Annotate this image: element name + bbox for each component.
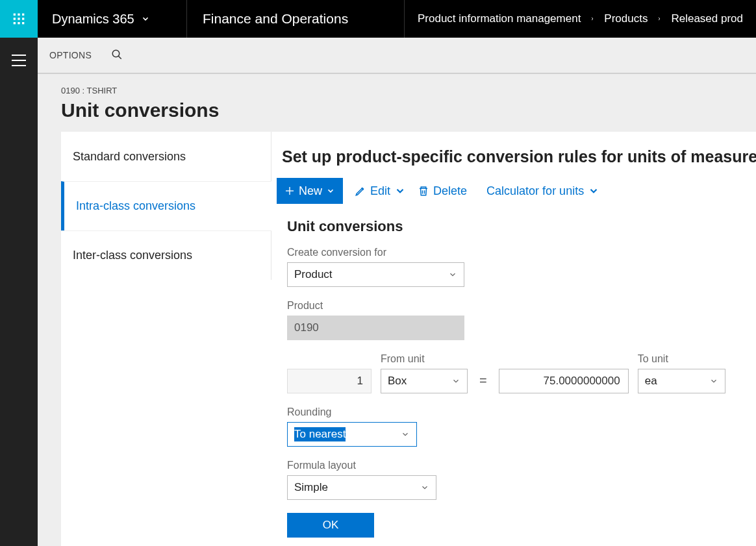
svg-rect-4 [18, 18, 19, 19]
ok-button[interactable]: OK [287, 513, 374, 538]
svg-rect-7 [18, 22, 19, 24]
from-quantity-input[interactable]: 1 [287, 369, 372, 393]
svg-rect-2 [22, 14, 24, 16]
field-product: Product 0190 [287, 300, 746, 340]
chevron-right-icon [590, 14, 595, 23]
factor-wrap: 75.0000000000 [499, 354, 629, 393]
breadcrumb-item[interactable]: Released prod [671, 12, 743, 25]
delete-button[interactable]: Delete [418, 184, 467, 198]
ok-label: OK [323, 519, 339, 532]
content-wrap: Standard conversions Intra-class convers… [38, 132, 756, 546]
waffle-icon [12, 12, 25, 25]
main-panel: Set up product-specific conversion rules… [271, 132, 756, 546]
brand-label: Dynamics 365 [52, 12, 134, 27]
svg-rect-0 [14, 14, 16, 16]
from-unit-select[interactable]: Box [381, 369, 468, 393]
tab-intra-class-conversions[interactable]: Intra-class conversions [61, 181, 271, 230]
from-unit-label: From unit [381, 353, 468, 365]
left-tabs: Standard conversions Intra-class convers… [61, 132, 271, 546]
tab-label: Intra-class conversions [76, 199, 195, 213]
field-formula: Formula layout Simple [287, 460, 746, 500]
from-unit-wrap: From unit Box [381, 353, 468, 393]
edit-button[interactable]: Edit [355, 184, 406, 198]
breadcrumb-item[interactable]: Products [604, 12, 648, 25]
calculator-button[interactable]: Calculator for units [486, 184, 599, 198]
app-label: Finance and Operations [203, 11, 348, 27]
formula-select[interactable]: Simple [287, 475, 436, 500]
tab-label: Standard conversions [73, 150, 186, 164]
blank-label [287, 354, 372, 369]
chevron-down-icon [709, 377, 718, 386]
factor-input[interactable]: 75.0000000000 [499, 369, 629, 393]
chevron-down-icon [451, 377, 460, 386]
breadcrumb-item[interactable]: Product information management [418, 12, 581, 25]
page-header: 0190 : TSHIRT Unit conversions [38, 74, 756, 121]
search-button[interactable] [111, 49, 123, 62]
to-unit-label: To unit [638, 353, 725, 365]
tab-standard-conversions[interactable]: Standard conversions [61, 132, 271, 181]
options-tab[interactable]: OPTIONS [49, 50, 92, 60]
new-label: New [299, 184, 322, 198]
new-button[interactable]: New [277, 178, 343, 204]
chevron-down-icon [448, 270, 457, 279]
factor-value: 75.0000000000 [544, 375, 620, 388]
calculator-label: Calculator for units [486, 184, 584, 198]
workspace: OPTIONS 0190 : TSHIRT Unit conversions S… [38, 38, 756, 546]
rounding-value: To nearest [294, 427, 346, 441]
action-bar: New Edit Delete Calculator for units [277, 178, 756, 204]
svg-line-13 [118, 56, 121, 59]
chevron-down-icon [588, 185, 599, 197]
plus-icon [284, 186, 295, 196]
chevron-down-icon [420, 483, 429, 492]
to-unit-wrap: To unit ea [638, 353, 725, 393]
svg-point-12 [112, 50, 120, 57]
breadcrumb: Product information management Products … [405, 0, 756, 38]
to-unit-value: ea [645, 375, 657, 388]
create-for-label: Create conversion for [287, 247, 746, 258]
create-for-select[interactable]: Product [287, 262, 464, 287]
edit-label: Edit [370, 184, 390, 198]
from-unit-value: Box [388, 375, 407, 388]
left-rail [0, 38, 38, 546]
rounding-label: Rounding [287, 406, 746, 418]
trash-icon [418, 185, 429, 197]
hamburger-button[interactable] [12, 52, 26, 546]
chevron-right-icon [657, 14, 662, 23]
pencil-icon [355, 185, 366, 197]
product-label: Product [287, 300, 746, 312]
formula-label: Formula layout [287, 460, 746, 471]
shell: OPTIONS 0190 : TSHIRT Unit conversions S… [0, 38, 756, 546]
brand-dropdown[interactable]: Dynamics 365 [38, 0, 187, 38]
chevron-down-icon [326, 186, 335, 195]
hamburger-icon [12, 55, 26, 66]
tab-inter-class-conversions[interactable]: Inter-class conversions [61, 230, 271, 280]
rounding-select[interactable]: To nearest [287, 422, 417, 447]
to-unit-select[interactable]: ea [638, 369, 725, 393]
page-title: Unit conversions [61, 99, 756, 121]
tab-label: Inter-class conversions [73, 249, 192, 262]
panel-heading: Set up product-specific conversion rules… [277, 147, 756, 166]
product-value: 0190 [294, 321, 319, 334]
svg-rect-1 [18, 14, 19, 16]
formula-value: Simple [294, 481, 328, 494]
create-for-value: Product [294, 268, 333, 281]
blank-label-2 [499, 354, 629, 369]
conversion-row: 1 From unit Box = [287, 353, 746, 393]
dialog-title: Unit conversions [287, 218, 746, 235]
svg-rect-6 [14, 22, 16, 24]
svg-rect-3 [14, 18, 16, 19]
options-bar: OPTIONS [38, 38, 756, 74]
delete-label: Delete [433, 184, 467, 198]
top-bar: Dynamics 365 Finance and Operations Prod… [0, 0, 756, 38]
svg-rect-5 [22, 18, 24, 19]
field-rounding: Rounding To nearest [287, 406, 746, 447]
equals-sign: = [477, 373, 490, 393]
product-input: 0190 [287, 316, 464, 340]
chevron-down-icon [401, 430, 410, 439]
conversion-dialog: Unit conversions Create conversion for P… [277, 208, 756, 538]
svg-rect-8 [22, 22, 24, 24]
waffle-button[interactable] [0, 0, 38, 38]
chevron-down-icon [141, 14, 150, 23]
app-label-block: Finance and Operations [187, 0, 405, 38]
from-qty-value: 1 [357, 375, 363, 388]
